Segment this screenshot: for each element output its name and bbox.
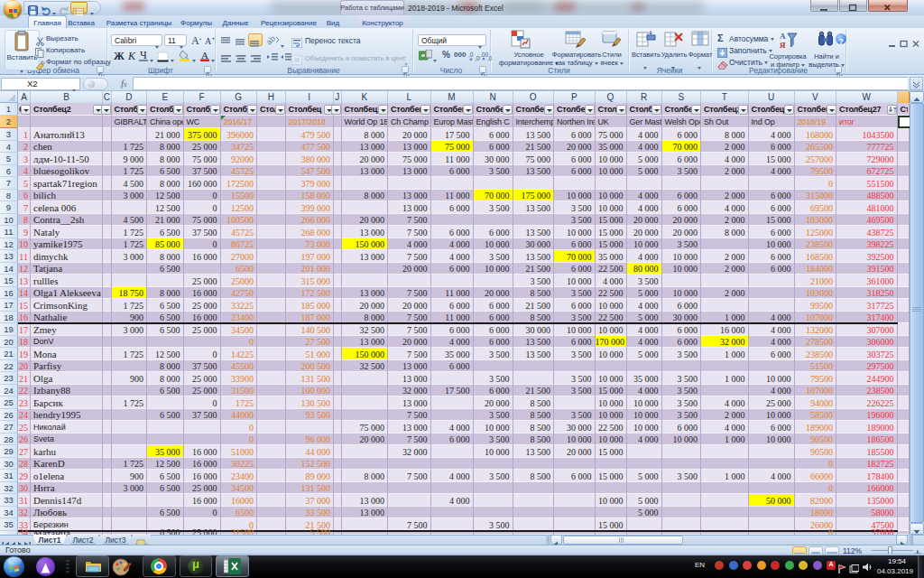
- svg-text:А: А: [780, 32, 786, 41]
- svg-text:,0: ,0: [487, 55, 492, 61]
- svg-text:А: А: [201, 50, 208, 61]
- svg-text:Ж: Ж: [114, 50, 125, 61]
- svg-text:ab: ab: [266, 34, 277, 46]
- svg-text:Ч: Ч: [140, 49, 147, 61]
- svg-text:А: А: [191, 34, 199, 46]
- svg-text:К: К: [127, 50, 136, 61]
- svg-text:А: А: [205, 36, 212, 46]
- svg-text:?: ?: [839, 37, 844, 46]
- svg-text:,0: ,0: [468, 51, 474, 58]
- svg-text:Я: Я: [780, 41, 786, 50]
